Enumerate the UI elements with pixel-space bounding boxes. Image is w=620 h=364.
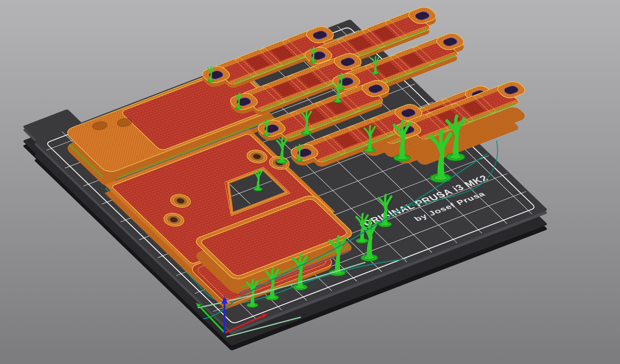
slicer-3d-viewport[interactable]: ORIGINAL PRUSA i3 MK2 by Josef Prusa <box>0 0 620 364</box>
gcode-preview-canvas[interactable]: ORIGINAL PRUSA i3 MK2 by Josef Prusa <box>0 0 620 364</box>
